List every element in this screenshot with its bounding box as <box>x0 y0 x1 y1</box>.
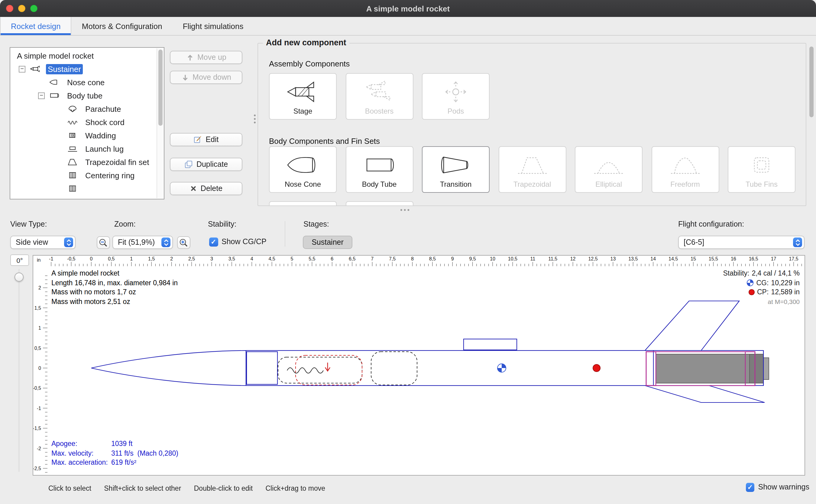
tube-fins-icon <box>745 147 779 180</box>
zoom-in-button[interactable] <box>177 236 190 249</box>
card-clipped-2 <box>345 201 413 206</box>
tree-row-centering-ring-2[interactable] <box>10 182 164 195</box>
vertical-splitter-handle[interactable]: ••• <box>251 114 259 125</box>
tree-row-parachute[interactable]: Parachute <box>10 102 164 115</box>
centering-ring-icon <box>66 171 80 179</box>
cp-icon <box>748 289 755 296</box>
shock-cord-icon <box>66 118 80 126</box>
cg-value: 10,229 in <box>771 278 800 288</box>
svg-text:13: 13 <box>610 256 616 261</box>
svg-text:1: 1 <box>38 325 41 331</box>
move-up-button: Move up <box>170 51 242 64</box>
flight-configuration-select[interactable]: [C6-5] <box>678 236 805 249</box>
tree-row-shock-cord[interactable]: Shock cord <box>10 115 164 129</box>
show-cgcp-checkbox[interactable] <box>209 237 218 246</box>
card-clipped-1 <box>269 201 337 206</box>
hint-shift-click: Shift+click to select other <box>104 485 181 492</box>
collapse-toggle-icon[interactable] <box>38 92 45 99</box>
svg-text:16,5: 16,5 <box>749 256 758 261</box>
svg-text:-1: -1 <box>49 256 53 261</box>
tab-motors-configuration[interactable]: Motors & Configuration <box>72 17 173 35</box>
add-component-title: Add new component <box>263 38 349 47</box>
svg-text:5: 5 <box>291 256 293 261</box>
show-warnings-label: Show warnings <box>758 483 809 492</box>
card-stage[interactable]: Stage <box>269 73 337 120</box>
transition-icon <box>439 147 473 180</box>
svg-text:13,5: 13,5 <box>628 256 638 261</box>
delete-button[interactable]: Delete <box>170 182 242 195</box>
app-window: A simple model rocket Rocket design Moto… <box>0 0 816 504</box>
rocket-length: Length 16,748 in, max. diameter 0,984 in <box>51 278 178 288</box>
cg-symbol <box>497 364 506 372</box>
tree-row-sustainer[interactable]: Sustainer <box>10 62 164 76</box>
collapse-toggle-icon[interactable] <box>19 66 25 72</box>
motor-band-shape <box>750 354 763 383</box>
tree-row-root[interactable]: A simple model rocket <box>10 49 164 62</box>
cg-icon <box>746 279 754 287</box>
svg-text:1,5: 1,5 <box>34 305 41 311</box>
show-warnings-checkbox[interactable] <box>746 483 754 492</box>
cp-caption: CP: <box>757 288 769 297</box>
tree-row-wadding[interactable]: Wadding <box>10 129 164 142</box>
fin-upper-shape[interactable] <box>645 301 739 351</box>
svg-text:8: 8 <box>411 256 414 261</box>
svg-text:12,5: 12,5 <box>588 256 597 261</box>
motor-shape[interactable] <box>656 354 763 383</box>
tree-row-centering-ring-1[interactable]: Centering ring <box>10 169 164 182</box>
tree-row-trapezoidal-fin-set[interactable]: Trapezoidal fin set <box>10 155 164 169</box>
tree-item-label: Nose cone <box>65 77 106 87</box>
tree-scrollbar[interactable] <box>157 48 163 198</box>
trapezoidal-fin-icon <box>66 158 80 166</box>
nose-cone-shape[interactable] <box>91 351 246 386</box>
show-cgcp-label: Show CG/CP <box>222 238 267 246</box>
zoom-out-button[interactable] <box>97 236 110 249</box>
stability-block: Stability:2,4 cal / 14,1 % CG:10,229 in … <box>723 269 800 307</box>
svg-text:1: 1 <box>130 256 133 261</box>
tree-row-body-tube[interactable]: Body tube <box>10 89 164 102</box>
ruler-unit: in <box>37 257 40 263</box>
arrow-up-icon <box>186 53 194 61</box>
hint-bar: Click to select Shift+click to select ot… <box>48 485 336 492</box>
zoom-out-icon <box>99 238 108 247</box>
edit-button[interactable]: Edit <box>170 133 242 146</box>
assembly-components-label: Assembly Components <box>269 59 350 68</box>
tree-item-label: A simple model rocket <box>15 50 96 61</box>
card-transition[interactable]: Transition <box>422 146 490 193</box>
zoom-label: Zoom: <box>114 220 136 228</box>
panel-scrollbar[interactable] <box>808 37 814 215</box>
zoom-select[interactable]: Fit (51,9%) <box>112 236 173 249</box>
tree-row-clipped[interactable] <box>10 195 164 199</box>
stage-toggle-sustainer[interactable]: Sustainer <box>303 236 352 249</box>
card-freeform: Freeform <box>651 146 719 193</box>
tree-scrollbar-thumb[interactable] <box>158 50 162 126</box>
rocket-canvas[interactable]: -1-0,500,511,522,533,544,555,566,577,588… <box>33 255 805 476</box>
tree-item-label: Parachute <box>83 104 123 114</box>
max-acceleration-value: 619 ft/s² <box>111 459 136 466</box>
rotation-slider-track[interactable] <box>18 269 20 472</box>
svg-text:-0,5: -0,5 <box>33 386 41 391</box>
svg-text:14,5: 14,5 <box>669 256 678 261</box>
card-body-tube[interactable]: Body Tube <box>345 146 413 193</box>
rotation-slider-thumb[interactable] <box>15 273 24 282</box>
horizontal-splitter-handle[interactable]: ••• <box>400 206 411 213</box>
hint-click: Click to select <box>48 485 91 492</box>
card-nose-cone[interactable]: Nose Cone <box>269 146 337 193</box>
svg-text:17: 17 <box>771 256 776 261</box>
view-type-select[interactable]: Side view <box>10 236 76 249</box>
panel-scrollbar-thumb[interactable] <box>809 47 813 117</box>
tab-rocket-design[interactable]: Rocket design <box>0 17 72 35</box>
trapezoidal-fin-icon <box>515 147 549 180</box>
tree-row-nose-cone[interactable]: Nose cone <box>10 76 164 89</box>
select-stepper-icon <box>64 237 73 247</box>
tab-flight-simulations[interactable]: Flight simulations <box>173 17 254 35</box>
body-tube-icon <box>362 147 396 180</box>
rocket-drawing[interactable] <box>91 301 769 402</box>
duplicate-button[interactable]: Duplicate <box>170 158 242 171</box>
tree-row-launch-lug[interactable]: Launch lug <box>10 142 164 155</box>
move-down-button: Move down <box>170 71 242 84</box>
delete-icon <box>190 185 197 192</box>
card-trapezoidal: Trapezoidal <box>498 146 566 193</box>
fin-lower-shape[interactable] <box>645 386 765 402</box>
add-component-panel: Add new component Assembly Components St… <box>257 43 806 206</box>
launch-lug-shape[interactable] <box>464 339 517 350</box>
